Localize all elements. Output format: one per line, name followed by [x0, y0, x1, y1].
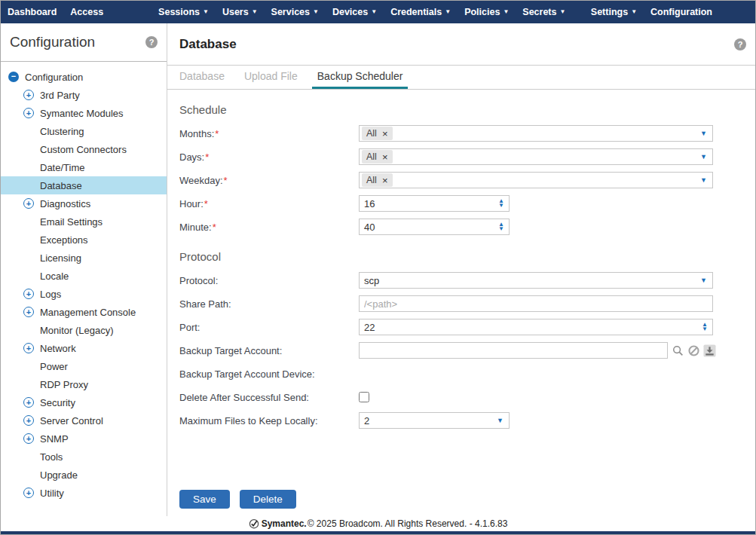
tab-database[interactable]: Database	[174, 66, 230, 89]
nav-item-configuration[interactable]: Configuration	[644, 7, 719, 17]
expand-icon[interactable]: +	[23, 108, 34, 118]
nav-label: Settings	[591, 7, 628, 17]
chip-remove-icon[interactable]: ×	[382, 129, 388, 139]
clear-selection-icon[interactable]	[687, 344, 700, 357]
tab-upload-file[interactable]: Upload File	[239, 66, 303, 89]
tree-item-server-control[interactable]: +Server Control	[1, 411, 167, 430]
minute-row: Minute:* 40 ▲▼	[179, 219, 743, 235]
nav-item-dashboard[interactable]: Dashboard	[1, 7, 63, 17]
chip-remove-icon[interactable]: ×	[382, 152, 388, 162]
tree-item-label: 3rd Party	[40, 90, 80, 101]
nav-item-services[interactable]: Services▼	[265, 7, 326, 17]
download-icon[interactable]	[702, 344, 716, 357]
required-marker: *	[224, 175, 228, 186]
protocol-section-heading: Protocol	[179, 250, 743, 263]
tree-item-label: Exceptions	[40, 234, 88, 246]
nav-label: Services	[271, 7, 310, 17]
expand-icon[interactable]: +	[23, 90, 34, 100]
expand-icon[interactable]: +	[23, 415, 34, 426]
tree-item-database[interactable]: Database	[1, 176, 167, 194]
required-marker: *	[204, 198, 208, 209]
tree-item-power[interactable]: Power	[1, 357, 167, 375]
tree-item-rdp-proxy[interactable]: RDP Proxy	[1, 375, 167, 393]
nav-item-access[interactable]: Access	[63, 7, 110, 17]
save-button[interactable]: Save	[179, 490, 230, 509]
schedule-section-heading: Schedule	[179, 103, 743, 116]
tree-item-3rd-party[interactable]: +3rd Party	[1, 86, 167, 104]
nav-item-credentials[interactable]: Credentials▼	[384, 7, 458, 17]
tree-item-tools[interactable]: Tools	[1, 448, 167, 466]
tree-item-email-settings[interactable]: Email Settings	[1, 212, 167, 231]
port-stepper[interactable]: 22 ▲▼	[359, 319, 713, 335]
tree-item-security[interactable]: +Security	[1, 393, 167, 411]
tab-backup-scheduler[interactable]: Backup Scheduler	[312, 66, 409, 89]
max-files-select[interactable]: 2 ▼	[359, 412, 510, 429]
tree-item-label: SNMP	[40, 433, 69, 445]
expand-icon[interactable]: +	[23, 397, 34, 408]
expand-icon[interactable]: +	[23, 289, 34, 299]
tree-item-licensing[interactable]: Licensing	[1, 249, 167, 267]
months-multiselect[interactable]: All× ▼	[359, 125, 713, 142]
weekday-multiselect[interactable]: All× ▼	[359, 172, 713, 188]
spinner-icon[interactable]: ▲▼	[498, 222, 504, 231]
expand-icon[interactable]: +	[23, 198, 34, 209]
nav-item-policies[interactable]: Policies▼	[458, 7, 516, 17]
nav-item-users[interactable]: Users▼	[216, 7, 265, 17]
symantec-logo-icon	[249, 518, 260, 530]
tree-item-network[interactable]: +Network	[1, 339, 167, 357]
selected-chip: All×	[362, 173, 393, 187]
footer-copyright: © 2025 Broadcom. All Rights Reserved. - …	[308, 518, 508, 529]
hour-stepper[interactable]: 16 ▲▼	[359, 195, 510, 212]
minute-stepper[interactable]: 40 ▲▼	[359, 219, 510, 235]
backup-target-account-input[interactable]	[359, 342, 668, 359]
protocol-select[interactable]: scp ▼	[359, 272, 713, 289]
spinner-icon[interactable]: ▲▼	[498, 199, 504, 208]
tree-item-configuration[interactable]: −Configuration	[1, 68, 167, 86]
tree-item-label: Server Control	[40, 415, 103, 426]
tree-item-utility[interactable]: +Utility	[1, 484, 167, 502]
tree-item-diagnostics[interactable]: +Diagnostics	[1, 194, 167, 212]
tree-item-label: Licensing	[40, 252, 81, 264]
tree-item-monitor-legacy[interactable]: Monitor (Legacy)	[1, 321, 167, 339]
tree-item-symantec-modules[interactable]: +Symantec Modules	[1, 104, 167, 122]
search-icon[interactable]	[671, 344, 684, 357]
backup-target-account-device-label: Backup Target Account Device:	[179, 368, 315, 380]
dropdown-arrow-icon[interactable]: ▼	[700, 130, 707, 137]
delete-button[interactable]: Delete	[240, 490, 296, 509]
dropdown-arrow-icon[interactable]: ▼	[700, 277, 707, 284]
tree-item-exceptions[interactable]: Exceptions	[1, 231, 167, 249]
spinner-down-icon[interactable]: ▼	[498, 227, 504, 231]
expand-icon[interactable]: +	[23, 343, 34, 353]
tree-item-upgrade[interactable]: Upgrade	[1, 466, 167, 484]
nav-item-secrets[interactable]: Secrets▼	[516, 7, 572, 17]
collapse-icon[interactable]: −	[8, 72, 19, 82]
weekday-row: Weekday:* All× ▼	[179, 172, 743, 188]
spinner-down-icon[interactable]: ▼	[498, 203, 504, 208]
nav-item-sessions[interactable]: Sessions▼	[152, 7, 216, 17]
tree-item-custom-connectors[interactable]: Custom Connectors	[1, 140, 167, 158]
top-nav: Dashboard Access Sessions▼ Users▼ Servic…	[1, 1, 755, 23]
tree-item-locale[interactable]: Locale	[1, 267, 167, 285]
delete-after-send-checkbox[interactable]	[359, 392, 369, 402]
nav-item-devices[interactable]: Devices▼	[326, 7, 384, 17]
nav-label: Credentials	[390, 7, 442, 17]
share-path-input[interactable]	[359, 295, 713, 312]
spinner-icon[interactable]: ▲▼	[702, 323, 708, 332]
tree-item-snmp[interactable]: +SNMP	[1, 430, 167, 448]
tree-item-clustering[interactable]: Clustering	[1, 122, 167, 140]
chip-remove-icon[interactable]: ×	[382, 176, 388, 185]
tree-item-logs[interactable]: +Logs	[1, 285, 167, 303]
dropdown-arrow-icon[interactable]: ▼	[497, 417, 503, 424]
tree-item-management-console[interactable]: +Management Console	[1, 303, 167, 321]
expand-icon[interactable]: +	[23, 433, 34, 444]
days-multiselect[interactable]: All× ▼	[359, 148, 713, 165]
expand-icon[interactable]: +	[23, 307, 34, 317]
expand-icon[interactable]: +	[23, 488, 34, 498]
help-icon[interactable]: ?	[734, 38, 746, 50]
nav-item-settings[interactable]: Settings▼	[584, 7, 644, 17]
spinner-down-icon[interactable]: ▼	[702, 327, 708, 332]
tree-item-date-time[interactable]: Date/Time	[1, 158, 167, 176]
help-icon[interactable]: ?	[145, 36, 158, 48]
dropdown-arrow-icon[interactable]: ▼	[700, 176, 707, 184]
dropdown-arrow-icon[interactable]: ▼	[700, 153, 707, 160]
